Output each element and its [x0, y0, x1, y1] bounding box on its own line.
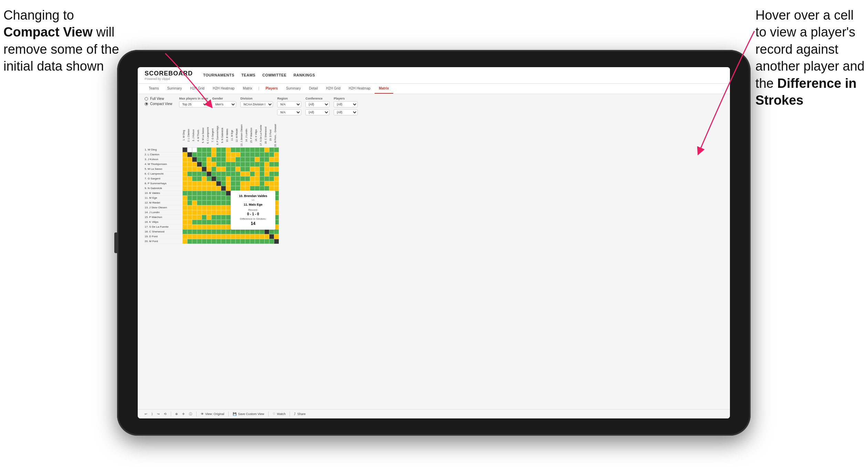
matrix-cell-r20-c20[interactable] — [274, 239, 279, 244]
matrix-cell-r13-c6[interactable] — [207, 205, 211, 210]
matrix-cell-r8-c3[interactable] — [192, 181, 197, 186]
matrix-cell-r7-c12[interactable] — [236, 176, 240, 181]
matrix-cell-r8-c6[interactable] — [207, 181, 211, 186]
matrix-cell-r2-c8[interactable] — [216, 152, 221, 157]
matrix-cell-r19-c7[interactable] — [211, 234, 216, 239]
matrix-cell-r18-c4[interactable] — [197, 229, 202, 234]
matrix-cell-r18-c17[interactable] — [260, 229, 264, 234]
matrix-cell-r4-c3[interactable] — [192, 162, 197, 167]
matrix-cell-r18-c16[interactable] — [255, 229, 260, 234]
matrix-cell-r7-c20[interactable] — [274, 176, 279, 181]
matrix-cell-r7-c13[interactable] — [240, 176, 245, 181]
matrix-cell-r6-c14[interactable] — [245, 172, 250, 176]
matrix-cell-r15-c7[interactable] — [211, 215, 216, 220]
share-button[interactable]: ⤴ Share — [294, 412, 305, 416]
tab-summary-1[interactable]: Summary — [163, 84, 186, 94]
matrix-cell-r15-c6[interactable] — [207, 215, 211, 220]
matrix-cell-r13-c10[interactable] — [226, 205, 231, 210]
matrix-cell-r20-c14[interactable] — [245, 239, 250, 244]
matrix-cell-r18-c11[interactable] — [231, 229, 236, 234]
matrix-cell-r10-c2[interactable] — [187, 191, 192, 196]
matrix-cell-r14-c5[interactable] — [202, 210, 207, 215]
compact-view-option[interactable]: Compact View — [145, 102, 172, 106]
full-view-option[interactable]: Full View — [145, 97, 172, 101]
matrix-cell-r7-c17[interactable] — [260, 176, 264, 181]
matrix-cell-r1-c13[interactable] — [240, 147, 245, 152]
matrix-cell-r7-c5[interactable] — [202, 176, 207, 181]
matrix-cell-r17-c6[interactable] — [207, 225, 211, 229]
matrix-cell-r2-c11[interactable] — [231, 152, 236, 157]
matrix-cell-r9-c11[interactable] — [231, 186, 236, 191]
matrix-cell-r3-c3[interactable] — [192, 157, 197, 162]
matrix-cell-r6-c1[interactable] — [182, 172, 187, 176]
matrix-cell-r2-c19[interactable] — [269, 152, 274, 157]
matrix-cell-r1-c18[interactable] — [264, 147, 269, 152]
matrix-cell-r20-c10[interactable] — [226, 239, 231, 244]
matrix-cell-r9-c10[interactable] — [226, 186, 231, 191]
matrix-cell-r20-c5[interactable] — [202, 239, 207, 244]
tab-matrix-2[interactable]: Matrix — [375, 84, 393, 94]
matrix-cell-r19-c9[interactable] — [221, 234, 226, 239]
matrix-cell-r14-c2[interactable] — [187, 210, 192, 215]
matrix-cell-r4-c11[interactable] — [231, 162, 236, 167]
matrix-cell-r12-c1[interactable] — [182, 200, 187, 205]
matrix-cell-r18-c3[interactable] — [192, 229, 197, 234]
matrix-cell-r19-c4[interactable] — [197, 234, 202, 239]
matrix-cell-r12-c7[interactable] — [211, 200, 216, 205]
matrix-cell-r11-c5[interactable] — [202, 196, 207, 200]
matrix-cell-r19-c1[interactable] — [182, 234, 187, 239]
matrix-cell-r1-c9[interactable] — [221, 147, 226, 152]
matrix-cell-r18-c18[interactable] — [264, 229, 269, 234]
filter-players-select-2[interactable]: (All) — [334, 109, 358, 115]
matrix-cell-r6-c19[interactable] — [269, 172, 274, 176]
matrix-cell-r12-c6[interactable] — [207, 200, 211, 205]
matrix-cell-r3-c4[interactable] — [197, 157, 202, 162]
matrix-cell-r15-c5[interactable] — [202, 215, 207, 220]
matrix-cell-r12-c8[interactable] — [216, 200, 221, 205]
matrix-cell-r16-c2[interactable] — [187, 220, 192, 225]
matrix-cell-r9-c5[interactable] — [202, 186, 207, 191]
matrix-cell-r18-c9[interactable] — [221, 229, 226, 234]
matrix-cell-r9-c18[interactable] — [264, 186, 269, 191]
matrix-cell-r20-c8[interactable] — [216, 239, 221, 244]
matrix-cell-r8-c20[interactable] — [274, 181, 279, 186]
matrix-cell-r5-c8[interactable] — [216, 167, 221, 172]
matrix-cell-r20-c6[interactable] — [207, 239, 211, 244]
matrix-cell-r5-c1[interactable] — [182, 167, 187, 172]
filter-region-select-1[interactable]: N/A — [277, 101, 301, 107]
matrix-cell-r8-c19[interactable] — [269, 181, 274, 186]
matrix-cell-r1-c8[interactable] — [216, 147, 221, 152]
matrix-cell-r9-c13[interactable] — [240, 186, 245, 191]
matrix-cell-r18-c19[interactable] — [269, 229, 274, 234]
matrix-cell-r4-c12[interactable] — [236, 162, 240, 167]
matrix-cell-r4-c10[interactable] — [226, 162, 231, 167]
forward-button[interactable]: ⟩ — [151, 412, 153, 416]
matrix-cell-r9-c7[interactable] — [211, 186, 216, 191]
matrix-cell-r7-c18[interactable] — [264, 176, 269, 181]
matrix-cell-r16-c6[interactable] — [207, 220, 211, 225]
matrix-cell-r20-c4[interactable] — [197, 239, 202, 244]
matrix-cell-r11-c6[interactable] — [207, 196, 211, 200]
undo-button[interactable]: ↩ — [145, 412, 147, 416]
matrix-cell-r19-c18[interactable] — [264, 234, 269, 239]
matrix-cell-r15-c8[interactable] — [216, 215, 221, 220]
zoom-button[interactable]: ⊕ — [175, 412, 178, 416]
matrix-cell-r18-c2[interactable] — [187, 229, 192, 234]
matrix-cell-r5-c12[interactable] — [236, 167, 240, 172]
info-button[interactable]: ⓘ — [189, 412, 192, 416]
matrix-cell-r2-c6[interactable] — [207, 152, 211, 157]
matrix-cell-r9-c8[interactable] — [216, 186, 221, 191]
matrix-cell-r20-c16[interactable] — [255, 239, 260, 244]
matrix-cell-r14-c1[interactable] — [182, 210, 187, 215]
matrix-cell-r7-c15[interactable] — [250, 176, 255, 181]
matrix-cell-r8-c7[interactable] — [211, 181, 216, 186]
matrix-cell-r19-c2[interactable] — [187, 234, 192, 239]
matrix-cell-r17-c2[interactable] — [187, 225, 192, 229]
matrix-cell-r17-c8[interactable] — [216, 225, 221, 229]
matrix-cell-r12-c10[interactable] — [226, 200, 231, 205]
matrix-cell-r19-c5[interactable] — [202, 234, 207, 239]
matrix-cell-r4-c18[interactable] — [264, 162, 269, 167]
tab-h2h-grid-1[interactable]: H2H Grid — [186, 84, 209, 94]
matrix-cell-r18-c5[interactable] — [202, 229, 207, 234]
matrix-cell-r3-c2[interactable] — [187, 157, 192, 162]
